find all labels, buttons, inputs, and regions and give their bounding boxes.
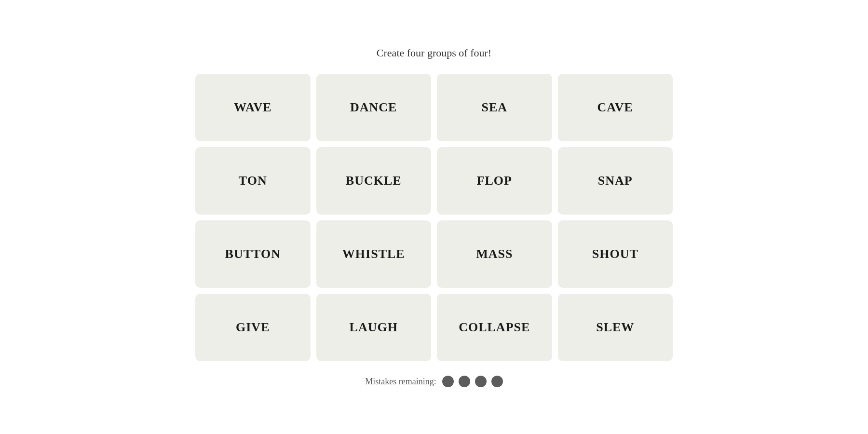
word-text-buckle: BUCKLE [346,174,402,188]
word-card-sea[interactable]: SEA [437,74,552,141]
word-text-dance: DANCE [350,100,397,115]
word-card-buckle[interactable]: BUCKLE [316,147,432,215]
word-card-collapse[interactable]: COLLAPSE [437,294,552,361]
word-card-button[interactable]: BUTTON [195,220,311,288]
word-card-ton[interactable]: TON [195,147,311,215]
word-card-whistle[interactable]: WHISTLE [316,220,432,288]
mistake-dot-3 [475,376,487,387]
word-text-flop: FLOP [477,174,512,188]
word-card-snap[interactable]: SNAP [558,147,673,215]
mistakes-dots [442,376,503,387]
word-text-ton: TON [239,174,267,188]
word-text-sea: SEA [481,100,507,115]
word-card-wave[interactable]: WAVE [195,74,311,141]
word-text-mass: MASS [476,247,513,261]
word-text-laugh: LAUGH [350,320,398,335]
word-card-slew[interactable]: SLEW [558,294,673,361]
game-container: Create four groups of four! WAVEDANCESEA… [193,47,675,387]
word-card-mass[interactable]: MASS [437,220,552,288]
mistake-dot-1 [442,376,454,387]
word-text-wave: WAVE [234,100,272,115]
word-text-button: BUTTON [225,247,281,261]
word-text-give: GIVE [236,320,270,335]
word-text-shout: SHOUT [592,247,638,261]
word-text-cave: CAVE [597,100,633,115]
word-card-give[interactable]: GIVE [195,294,311,361]
word-card-shout[interactable]: SHOUT [558,220,673,288]
word-text-whistle: WHISTLE [342,247,405,261]
word-grid: WAVEDANCESEACAVETONBUCKLEFLOPSNAPBUTTONW… [195,74,673,361]
mistakes-container: Mistakes remaining: [365,376,502,387]
mistake-dot-4 [491,376,503,387]
mistakes-label: Mistakes remaining: [365,377,436,387]
word-text-snap: SNAP [598,174,633,188]
word-card-laugh[interactable]: LAUGH [316,294,432,361]
subtitle: Create four groups of four! [377,47,491,59]
word-card-cave[interactable]: CAVE [558,74,673,141]
word-card-dance[interactable]: DANCE [316,74,432,141]
word-card-flop[interactable]: FLOP [437,147,552,215]
word-text-collapse: COLLAPSE [459,320,530,335]
word-text-slew: SLEW [596,320,634,335]
mistake-dot-2 [459,376,470,387]
